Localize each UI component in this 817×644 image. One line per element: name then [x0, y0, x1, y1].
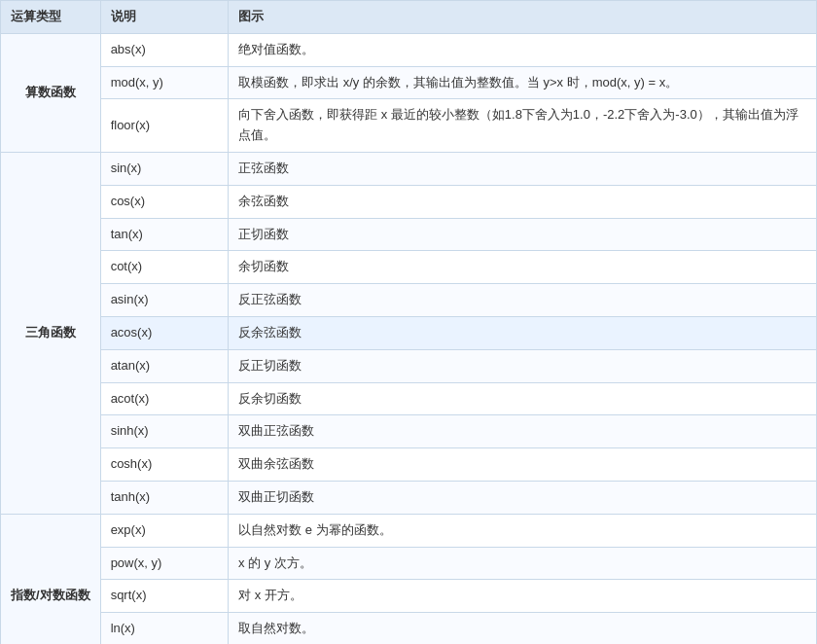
function-desc: 正切函数 [229, 218, 817, 251]
function-name: pow(x, y) [100, 547, 228, 580]
function-name: tan(x) [100, 218, 228, 251]
function-desc: 取模函数，即求出 x/y 的余数，其输出值为整数值。当 y>x 时，mod(x,… [229, 66, 817, 99]
function-name: asin(x) [100, 284, 228, 317]
function-desc: 绝对值函数。 [229, 33, 817, 66]
function-name: atan(x) [100, 349, 228, 382]
function-desc: 双曲正切函数 [229, 481, 817, 514]
function-name: exp(x) [100, 514, 228, 547]
function-name: cosh(x) [100, 448, 228, 482]
category-cell: 三角函数 [1, 152, 101, 514]
functions-table: 运算类型 说明 图示 算数函数abs(x)绝对值函数。mod(x, y)取模函数… [0, 0, 817, 644]
function-desc: 对 x 开方。 [229, 580, 817, 613]
function-desc: 以自然对数 e 为幂的函数。 [229, 514, 817, 547]
function-desc: 反正切函数 [229, 349, 817, 382]
function-name: acos(x) [100, 316, 228, 349]
function-desc: 反正弦函数 [229, 284, 817, 317]
function-name: sqrt(x) [100, 580, 228, 613]
category-cell: 算数函数 [1, 33, 101, 152]
function-name: tanh(x) [100, 481, 228, 514]
function-name: floor(x) [100, 99, 228, 153]
header-category: 运算类型 [1, 1, 101, 34]
function-desc: 反余弦函数 [229, 316, 817, 349]
function-name: mod(x, y) [100, 66, 228, 99]
function-name: cot(x) [100, 251, 228, 284]
function-desc: 正弦函数 [229, 152, 817, 185]
function-desc: 向下舍入函数，即获得距 x 最近的较小整数（如1.8下舍入为1.0，-2.2下舍… [229, 99, 817, 153]
function-name: cos(x) [100, 185, 228, 218]
function-name: sin(x) [100, 152, 228, 185]
category-cell: 指数/对数函数 [1, 514, 101, 644]
function-desc: 反余切函数 [229, 382, 817, 415]
function-name: sinh(x) [100, 415, 228, 448]
function-desc: 余弦函数 [229, 185, 817, 218]
function-desc: x 的 y 次方。 [229, 547, 817, 580]
function-name: abs(x) [100, 33, 228, 66]
function-desc: 余切函数 [229, 251, 817, 284]
function-name: acot(x) [100, 382, 228, 415]
function-desc: 双曲余弦函数 [229, 448, 817, 482]
header-desc: 图示 [229, 1, 817, 34]
function-desc: 双曲正弦函数 [229, 415, 817, 448]
function-desc: 取自然对数。 [229, 613, 817, 644]
header-func: 说明 [100, 1, 228, 34]
function-name: ln(x) [100, 613, 228, 644]
